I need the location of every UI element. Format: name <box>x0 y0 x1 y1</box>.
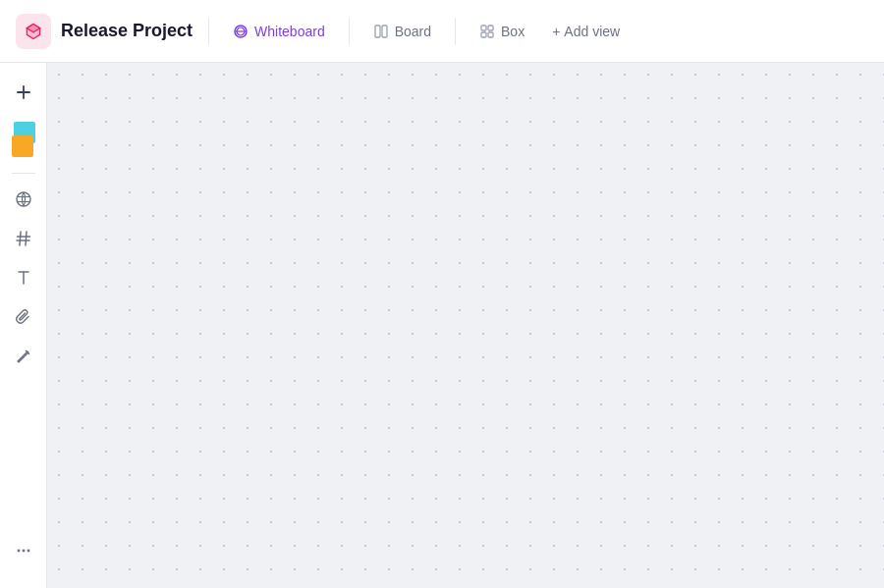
draw-tool-button[interactable] <box>6 339 41 374</box>
nav-divider-1 <box>208 18 209 45</box>
text-tool-button[interactable] <box>6 260 41 295</box>
add-view-label: Add view <box>564 24 620 39</box>
draw-icon <box>15 347 32 365</box>
header: Release Project Whiteboard Board <box>0 0 884 63</box>
svg-rect-6 <box>481 32 486 37</box>
text-icon <box>15 269 32 287</box>
svg-line-13 <box>20 232 21 245</box>
svg-rect-5 <box>488 26 493 30</box>
add-tool-button[interactable] <box>6 75 41 110</box>
nav-divider-2 <box>349 18 350 45</box>
nav-divider-3 <box>455 18 456 45</box>
svg-point-20 <box>22 550 25 553</box>
sticky-notes-tool[interactable] <box>6 118 41 161</box>
more-icon <box>15 542 32 560</box>
globe-tool-button[interactable] <box>6 182 41 217</box>
plus-icon: + <box>552 24 560 39</box>
sidebar-separator-1 <box>12 173 35 174</box>
hashtag-icon <box>15 230 32 247</box>
board-icon <box>373 24 389 39</box>
attachment-tool-button[interactable] <box>6 299 41 335</box>
tab-box[interactable]: Box <box>468 18 536 45</box>
whiteboard-icon <box>233 24 249 39</box>
tab-box-label: Box <box>501 24 525 39</box>
add-view-button[interactable]: + Add view <box>540 18 632 45</box>
globe-icon <box>15 190 32 208</box>
sticky-note-front <box>12 135 33 157</box>
tab-whiteboard-label: Whiteboard <box>254 24 325 39</box>
svg-rect-4 <box>481 26 486 30</box>
tab-board-label: Board <box>395 24 431 39</box>
svg-point-10 <box>17 192 30 206</box>
project-title: Release Project <box>61 21 193 41</box>
svg-point-21 <box>27 550 29 553</box>
tab-board[interactable]: Board <box>361 18 443 45</box>
svg-rect-3 <box>382 26 387 37</box>
svg-rect-7 <box>488 32 493 37</box>
main-content <box>0 63 884 588</box>
sidebar <box>0 63 47 588</box>
more-options-button[interactable] <box>6 533 41 568</box>
svg-line-14 <box>26 232 27 245</box>
hashtag-tool-button[interactable] <box>6 221 41 256</box>
svg-rect-2 <box>375 26 380 37</box>
attachment-icon <box>15 308 32 326</box>
plus-icon <box>15 83 32 101</box>
svg-point-19 <box>17 550 20 553</box>
whiteboard-canvas[interactable] <box>47 63 884 588</box>
tab-whiteboard[interactable]: Whiteboard <box>221 18 337 45</box>
project-icon <box>16 14 51 49</box>
box-icon <box>479 24 495 39</box>
